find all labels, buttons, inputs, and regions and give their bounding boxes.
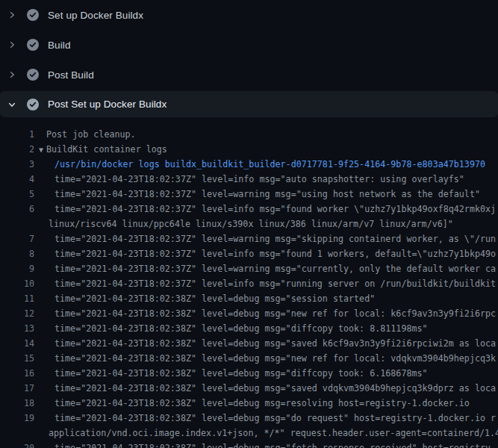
- step-label: Build: [48, 40, 71, 51]
- log-line-text: time="2021-04-23T18:02:37Z" level=warnin…: [34, 187, 480, 202]
- log-line-number[interactable]: 18: [0, 396, 34, 411]
- log-line-text: time="2021-04-23T18:02:38Z" level=debug …: [34, 381, 496, 396]
- log-line: linux/riscv64 linux/ppc64le linux/s390x …: [0, 217, 498, 231]
- log-line-number[interactable]: 5: [0, 187, 34, 202]
- log-line: 4 time="2021-04-23T18:02:37Z" level=info…: [0, 172, 498, 187]
- log-line-number[interactable]: 6: [0, 202, 34, 217]
- log-line: 3 /usr/bin/docker logs buildx_buildkit_b…: [0, 157, 498, 172]
- log-line-number[interactable]: 12: [0, 306, 34, 321]
- step-row-post-setup-docker-buildx[interactable]: Post Set up Docker Buildx: [0, 91, 498, 117]
- chevron-right-icon: [7, 70, 16, 79]
- log-line: 11 time="2021-04-23T18:02:38Z" level=deb…: [0, 291, 498, 306]
- log-line-text: time="2021-04-23T18:02:38Z" level=debug …: [34, 321, 428, 336]
- step-label: Set up Docker Buildx: [48, 10, 143, 21]
- log-line-number[interactable]: 19: [0, 411, 34, 426]
- log-line: 20 time="2021-04-23T18:02:38Z" level=deb…: [0, 441, 498, 448]
- log-line: 2 ▼BuildKit container logs: [0, 142, 498, 157]
- log-line-text: application/vnd.oci.image.index.v1+json,…: [34, 426, 498, 441]
- log-line: 10 time="2021-04-23T18:02:37Z" level=inf…: [0, 276, 498, 291]
- log-line-text: Post job cleanup.: [34, 127, 136, 142]
- log-line: 17 time="2021-04-23T18:02:38Z" level=deb…: [0, 381, 498, 396]
- log-line-text: /usr/bin/docker logs buildx_buildkit_bui…: [34, 157, 485, 172]
- log-line: 5 time="2021-04-23T18:02:37Z" level=warn…: [0, 187, 498, 202]
- log-line-number[interactable]: 14: [0, 336, 34, 351]
- log-line-number[interactable]: 13: [0, 321, 34, 336]
- log-line-number[interactable]: 15: [0, 351, 34, 366]
- log-line-text: time="2021-04-23T18:02:37Z" level=info m…: [34, 246, 496, 261]
- log-line-text: ▼BuildKit container logs: [34, 142, 167, 157]
- log-line-number[interactable]: 1: [0, 127, 34, 142]
- step-row-post-build[interactable]: Post Build: [0, 60, 498, 90]
- step-label: Post Set up Docker Buildx: [48, 99, 166, 110]
- log-line-text: time="2021-04-23T18:02:38Z" level=debug …: [34, 366, 428, 381]
- log-line: 9 time="2021-04-23T18:02:37Z" level=warn…: [0, 261, 498, 276]
- log-line-text: time="2021-04-23T18:02:37Z" level=warnin…: [34, 261, 496, 276]
- step-row-build[interactable]: Build: [0, 30, 498, 60]
- log-line-text: time="2021-04-23T18:02:38Z" level=debug …: [34, 411, 496, 426]
- log-line-number[interactable]: 3: [0, 157, 34, 172]
- check-circle-icon: [27, 99, 39, 111]
- log-line-number[interactable]: 8: [0, 246, 34, 261]
- log-line-number[interactable]: 7: [0, 231, 34, 246]
- log-line: 7 time="2021-04-23T18:02:37Z" level=warn…: [0, 231, 498, 246]
- log-line: 18 time="2021-04-23T18:02:38Z" level=deb…: [0, 396, 498, 411]
- log-line: 12 time="2021-04-23T18:02:38Z" level=deb…: [0, 306, 498, 321]
- check-circle-icon: [27, 39, 39, 51]
- log-line-text: time="2021-04-23T18:02:37Z" level=warnin…: [34, 231, 496, 246]
- log-line-number[interactable]: 16: [0, 366, 34, 381]
- log-line: 15 time="2021-04-23T18:02:38Z" level=deb…: [0, 351, 498, 366]
- chevron-right-icon: [7, 40, 16, 49]
- log-line-text: time="2021-04-23T18:02:38Z" level=debug …: [34, 441, 496, 448]
- log-line-number[interactable]: [0, 217, 34, 231]
- log-line-text: time="2021-04-23T18:02:37Z" level=info m…: [34, 172, 464, 187]
- log-viewer: 1 Post job cleanup. 2 ▼BuildKit containe…: [0, 117, 498, 448]
- log-line: 16 time="2021-04-23T18:02:38Z" level=deb…: [0, 366, 498, 381]
- log-line-text: time="2021-04-23T18:02:38Z" level=debug …: [34, 336, 496, 351]
- log-line-text: time="2021-04-23T18:02:38Z" level=debug …: [34, 291, 375, 306]
- log-line: 19 time="2021-04-23T18:02:38Z" level=deb…: [0, 411, 498, 426]
- log-line-number[interactable]: 11: [0, 291, 34, 306]
- log-line-number[interactable]: [0, 426, 34, 441]
- log-line-text: linux/riscv64 linux/ppc64le linux/s390x …: [34, 217, 453, 231]
- check-circle-icon: [27, 9, 39, 21]
- chevron-down-icon: [7, 100, 16, 109]
- log-line-text: time="2021-04-23T18:02:38Z" level=debug …: [34, 396, 470, 411]
- chevron-right-icon: [7, 10, 16, 19]
- log-line-number[interactable]: 10: [0, 276, 34, 291]
- step-label: Post Build: [48, 69, 94, 81]
- log-line: 6 time="2021-04-23T18:02:37Z" level=info…: [0, 202, 498, 217]
- check-circle-icon: [27, 69, 39, 81]
- group-collapse-triangle-icon[interactable]: ▼: [39, 146, 43, 154]
- log-line-text: time="2021-04-23T18:02:37Z" level=info m…: [34, 202, 496, 217]
- log-line-number[interactable]: 20: [0, 441, 34, 448]
- log-line-number[interactable]: 4: [0, 172, 34, 187]
- log-line: 13 time="2021-04-23T18:02:38Z" level=deb…: [0, 321, 498, 336]
- log-line-number[interactable]: 9: [0, 261, 34, 276]
- log-line: 14 time="2021-04-23T18:02:38Z" level=deb…: [0, 336, 498, 351]
- log-line: 1 Post job cleanup.: [0, 127, 498, 142]
- log-line-text: time="2021-04-23T18:02:38Z" level=debug …: [34, 306, 496, 321]
- step-row-setup-docker-buildx[interactable]: Set up Docker Buildx: [0, 0, 498, 30]
- steps-list: Set up Docker Buildx Build Post Build Po…: [0, 0, 498, 117]
- log-line-text: time="2021-04-23T18:02:38Z" level=debug …: [34, 351, 496, 366]
- log-line-number[interactable]: 17: [0, 381, 34, 396]
- log-line: application/vnd.oci.image.index.v1+json,…: [0, 426, 498, 441]
- log-line: 8 time="2021-04-23T18:02:37Z" level=info…: [0, 246, 498, 261]
- log-line-number[interactable]: 2: [0, 142, 34, 157]
- log-line-text: time="2021-04-23T18:02:37Z" level=info m…: [34, 276, 496, 291]
